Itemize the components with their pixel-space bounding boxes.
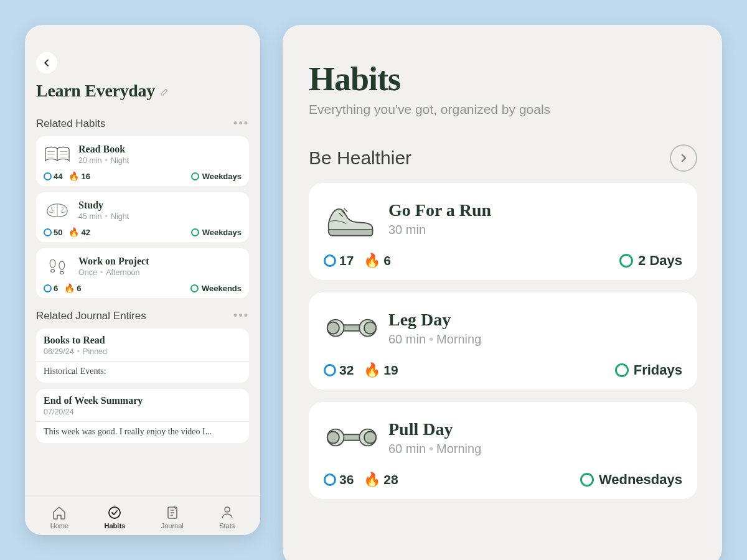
habit-title: Study bbox=[78, 200, 129, 211]
count-icon bbox=[44, 284, 52, 292]
count-icon bbox=[324, 474, 336, 486]
habit-meta: 60 min•Morning bbox=[388, 442, 481, 456]
habit-meta: 45 min•Night bbox=[78, 212, 129, 221]
svg-point-11 bbox=[364, 322, 376, 334]
svg-point-3 bbox=[60, 271, 63, 274]
chevron-right-icon bbox=[678, 152, 689, 164]
habit-meta: Once•Afternoon bbox=[78, 268, 149, 277]
book-icon bbox=[44, 142, 71, 166]
count-icon bbox=[324, 364, 336, 376]
habit-streak: 6 bbox=[383, 253, 391, 268]
schedule-icon bbox=[619, 254, 633, 268]
svg-point-6 bbox=[225, 507, 230, 512]
back-button[interactable] bbox=[36, 52, 57, 73]
streak-icon: 🔥 bbox=[364, 362, 380, 378]
page-title-text: Learn Everyday bbox=[36, 81, 155, 101]
page-subtitle: Everything you've got, organized by goal… bbox=[309, 102, 697, 117]
goal-header: Be Healthier bbox=[309, 144, 697, 172]
journal-title: End of Week Summary bbox=[44, 395, 242, 406]
habit-count: 36 bbox=[339, 472, 354, 487]
habit-card[interactable]: Work on Project Once•Afternoon 6 🔥6 Week… bbox=[36, 248, 249, 298]
habit-card[interactable]: Go For a Run 30 min 17 🔥6 2 Days bbox=[309, 183, 697, 280]
schedule-icon bbox=[190, 284, 199, 292]
section-title: Related Journal Entires bbox=[36, 310, 146, 322]
habit-count: 17 bbox=[339, 253, 354, 268]
goal-detail-screen: Learn Everyday Related Habits ••• Read B… bbox=[25, 25, 260, 535]
schedule-icon bbox=[191, 228, 199, 236]
habits-screen: Habits Everything you've got, organized … bbox=[283, 25, 722, 560]
schedule-icon bbox=[580, 473, 594, 487]
svg-point-14 bbox=[327, 431, 339, 443]
streak-icon: 🔥 bbox=[68, 171, 79, 181]
habit-meta: 30 min bbox=[388, 223, 491, 237]
journal-meta: 06/29/24•Pinned bbox=[44, 347, 242, 356]
svg-point-1 bbox=[51, 269, 55, 272]
tab-label: Habits bbox=[105, 522, 126, 530]
svg-point-0 bbox=[50, 259, 55, 268]
streak-icon: 🔥 bbox=[364, 253, 380, 269]
habit-count: 44 bbox=[54, 172, 62, 181]
habit-title: Leg Day bbox=[388, 310, 481, 330]
goal-title: Be Healthier bbox=[309, 147, 411, 169]
tab-label: Journal bbox=[161, 522, 184, 530]
dumbbell-icon bbox=[324, 305, 377, 351]
goal-forward-button[interactable] bbox=[670, 144, 697, 172]
journal-card[interactable]: Books to Read 06/29/24•Pinned Historical… bbox=[36, 329, 249, 383]
journal-title: Books to Read bbox=[44, 335, 242, 346]
habit-card[interactable]: Study 45 min•Night 50 🔥42 Weekdays bbox=[36, 192, 249, 242]
schedule-icon bbox=[615, 363, 629, 377]
habit-title: Read Book bbox=[78, 144, 129, 155]
section-title: Related Habits bbox=[36, 118, 106, 130]
page-title: Learn Everyday bbox=[36, 81, 249, 101]
edit-title-icon[interactable] bbox=[160, 81, 170, 101]
home-icon bbox=[52, 505, 67, 520]
habit-title: Work on Project bbox=[78, 256, 149, 267]
section-menu-button[interactable]: ••• bbox=[233, 117, 249, 130]
related-journal-header: Related Journal Entires ••• bbox=[36, 309, 249, 322]
tab-label: Stats bbox=[219, 522, 235, 530]
chevron-left-icon bbox=[42, 58, 52, 68]
habit-streak: 42 bbox=[81, 228, 90, 237]
page-title: Habits bbox=[309, 60, 697, 98]
journal-icon bbox=[165, 505, 180, 520]
habit-schedule: Weekends bbox=[202, 284, 242, 293]
habit-schedule: Weekdays bbox=[202, 228, 242, 237]
habit-card[interactable]: Read Book 20 min•Night 44 🔥16 Weekdays bbox=[36, 136, 249, 186]
tab-journal[interactable]: Journal bbox=[161, 505, 184, 530]
journal-card[interactable]: End of Week Summary 07/20/24 This week w… bbox=[36, 389, 249, 443]
journal-excerpt: Historical Events: bbox=[44, 366, 242, 376]
tab-stats[interactable]: Stats bbox=[219, 505, 235, 530]
tab-habits[interactable]: Habits bbox=[105, 505, 126, 530]
svg-point-2 bbox=[59, 261, 65, 269]
journal-meta: 07/20/24 bbox=[44, 408, 242, 416]
svg-point-16 bbox=[364, 431, 376, 443]
habit-streak: 16 bbox=[81, 172, 90, 181]
journal-excerpt: This week was good. I really enjoy the v… bbox=[44, 427, 242, 437]
related-habits-header: Related Habits ••• bbox=[36, 117, 249, 130]
habit-title: Pull Day bbox=[388, 419, 481, 439]
habit-meta: 20 min•Night bbox=[78, 156, 129, 165]
habit-streak: 19 bbox=[383, 363, 398, 378]
habit-title: Go For a Run bbox=[388, 200, 491, 220]
habit-card[interactable]: Leg Day 60 min•Morning 32 🔥19 Fridays bbox=[309, 292, 697, 390]
habit-meta: 60 min•Morning bbox=[388, 332, 481, 347]
habit-streak: 28 bbox=[383, 472, 398, 487]
tab-label: Home bbox=[50, 522, 68, 530]
count-icon bbox=[324, 254, 336, 267]
habit-schedule: Wednesdays bbox=[599, 472, 682, 488]
tab-bar: Home Habits Journal Stats bbox=[25, 497, 260, 535]
habit-count: 32 bbox=[339, 363, 354, 378]
habit-count: 6 bbox=[54, 284, 58, 293]
count-icon bbox=[44, 172, 52, 180]
footprints-icon bbox=[44, 254, 71, 278]
habit-card[interactable]: Pull Day 60 min•Morning 36 🔥28 Wednesday… bbox=[309, 402, 697, 499]
count-icon bbox=[44, 228, 52, 236]
habit-schedule: 2 Days bbox=[638, 253, 682, 269]
stats-icon bbox=[220, 505, 235, 520]
streak-icon: 🔥 bbox=[68, 227, 79, 237]
tab-home[interactable]: Home bbox=[50, 505, 68, 530]
habit-count: 50 bbox=[54, 228, 62, 237]
section-menu-button[interactable]: ••• bbox=[233, 309, 249, 322]
svg-point-9 bbox=[327, 322, 339, 334]
running-shoe-icon bbox=[324, 195, 377, 241]
